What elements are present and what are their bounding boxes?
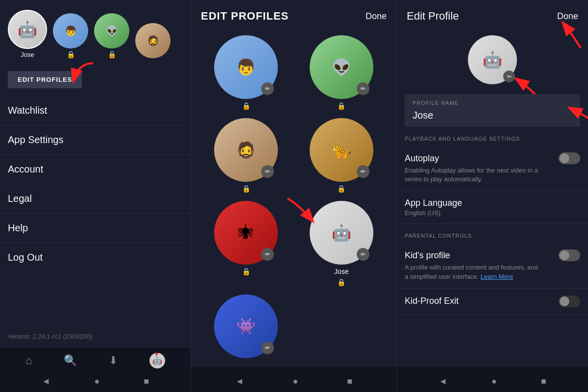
lock-icon-yoda: 🔒 (108, 50, 116, 58)
grid-avatar-yoda: 👽 ✏ (310, 35, 373, 99)
grid-avatar-luca: 👦 ✏ (214, 35, 278, 99)
avatar-item-luca[interactable]: 👦 🔒 (53, 13, 88, 58)
autoplay-label: Autoplay (405, 153, 439, 164)
grid-item-jose[interactable]: 🤖 ✏ Jose 🔒 (296, 201, 387, 290)
obi-icon: 🧔 (135, 23, 171, 58)
avatar-item-jose[interactable]: 🤖 Jose (8, 10, 47, 58)
edit-profiles-section: EDIT PROFILES (0, 63, 191, 96)
learn-more-link[interactable]: Learn More (481, 273, 513, 280)
menu-item-help[interactable]: Help (0, 214, 191, 243)
lock-obi: 🔒 (242, 185, 250, 193)
arrow-profile-nav (149, 353, 165, 358)
menu-item-account[interactable]: Account (0, 155, 191, 184)
kid-proof-exit-toggle[interactable] (559, 295, 580, 307)
edit-badge-obi[interactable]: ✏ (261, 165, 274, 178)
playback-section-label: PLAYBACK AND LANGUAGE SETTINGS (397, 127, 588, 146)
home-button-p2[interactable]: ● (293, 376, 298, 387)
edit-profile-done-btn[interactable]: Done (557, 11, 578, 21)
avatar-item-obi[interactable]: 🧔 (135, 23, 171, 58)
yoda-icon: 👽 (94, 13, 129, 49)
kids-profile-setting: Kid's profile A profile with curated con… (397, 243, 588, 288)
grid-avatar-stitch: 👾 ✏ (214, 294, 278, 358)
edit-badge-stitch[interactable]: ✏ (261, 342, 274, 354)
nav-icons-row: ⌂ 🔍 ⬇ 🤖 (0, 353, 191, 368)
avatar-item-yoda[interactable]: 👽 🔒 (94, 13, 129, 58)
grid-name-jose: Jose (334, 268, 349, 275)
arrow-jose-profile (285, 196, 315, 225)
home-button-p3[interactable]: ● (491, 376, 497, 387)
bottom-nav-panel3: ◄ ● ■ (397, 367, 588, 392)
home-nav-icon[interactable]: ⌂ (25, 353, 32, 368)
lock-leopard: 🔒 (337, 185, 345, 193)
grid-item-yoda[interactable]: 👽 ✏ 🔒 (296, 35, 387, 113)
kids-profile-label: Kid's profile (405, 250, 450, 261)
profile-name-value[interactable]: Jose (413, 110, 572, 121)
grid-item-obi[interactable]: 🧔 ✏ 🔒 (201, 118, 292, 196)
lock-yoda: 🔒 (337, 102, 345, 110)
avatar-obi[interactable]: 🧔 (135, 23, 171, 58)
edit-profiles-button[interactable]: EDIT PROFILES (8, 71, 82, 88)
profiles-grid: 👦 ✏ 🔒 👽 ✏ 🔒 🧔 ✏ 🔒 (191, 30, 396, 367)
grid-item-luca[interactable]: 👦 ✏ 🔒 (201, 35, 292, 113)
recents-button-p2[interactable]: ■ (347, 376, 352, 387)
download-nav-icon[interactable]: ⬇ (109, 353, 118, 368)
back-button-p3[interactable]: ◄ (439, 376, 447, 387)
recents-button-p3[interactable]: ■ (541, 376, 546, 387)
grid-avatar-jose: 🤖 ✏ (310, 201, 373, 265)
search-nav-icon[interactable]: 🔍 (64, 353, 77, 368)
edit-badge-luca[interactable]: ✏ (261, 82, 274, 95)
bottom-nav-panel2: ◄ ● ■ (191, 367, 396, 392)
arrow-profile-name (565, 98, 588, 123)
edit-avatar-jose-wrap: 🤖 ✏ (468, 35, 517, 84)
menu-item-watchlist[interactable]: Watchlist (0, 96, 191, 125)
edit-badge-leopard[interactable]: ✏ (357, 165, 369, 178)
menu-item-logout[interactable]: Log Out (0, 243, 191, 272)
autoplay-toggle[interactable] (559, 152, 580, 164)
panel-edit-profiles: EDIT PROFILES Done 👦 ✏ 🔒 👽 ✏ 🔒 (191, 0, 397, 392)
back-button-p1[interactable]: ◄ (42, 376, 50, 387)
profile-name-label: PROFILE NAME (413, 100, 572, 106)
back-button-p2[interactable]: ◄ (235, 376, 244, 387)
baymax-icon: 🤖 (9, 11, 46, 48)
panel-edit-profile-detail: Edit Profile Done 🤖 ✏ (397, 0, 588, 392)
lock-spiderman: 🔒 (242, 268, 250, 275)
lock-jose: 🔒 (337, 278, 345, 286)
grid-avatar-spiderman: 🕷 ✏ (214, 201, 278, 265)
edit-badge-jose[interactable]: ✏ (357, 248, 369, 261)
avatar-jose[interactable]: 🤖 (8, 10, 47, 49)
version-text: Version: 2.24.1-rc1 (2309200) (0, 325, 191, 348)
android-nav-panel2: ◄ ● ■ (191, 373, 396, 390)
grid-avatar-leopard: 🐆 ✏ (310, 118, 373, 182)
edit-profiles-done[interactable]: Done (366, 11, 387, 22)
edit-badge-yoda[interactable]: ✏ (357, 82, 369, 95)
lock-luca: 🔒 (242, 102, 250, 110)
grid-item-stitch[interactable]: 👾 ✏ (201, 294, 292, 362)
kid-proof-exit-label: Kid-Proof Exit (405, 296, 459, 306)
menu-item-app-settings[interactable]: App Settings (0, 125, 191, 155)
edit-profile-header: Edit Profile Done (397, 0, 588, 27)
kids-profile-toggle[interactable] (559, 249, 580, 261)
kids-profile-row: Kid's profile (405, 249, 580, 261)
bottom-nav-panel1: ⌂ 🔍 ⬇ 🤖 ◄ ● ■ (0, 348, 191, 392)
grid-item-leopard[interactable]: 🐆 ✏ 🔒 (296, 118, 387, 196)
grid-item-spiderman[interactable]: 🕷 ✏ 🔒 (201, 201, 292, 290)
app-language-item[interactable]: App Language English (US) (397, 191, 588, 224)
android-nav-panel3: ◄ ● ■ (397, 373, 588, 390)
kids-profile-desc: A profile with curated content and featu… (405, 263, 542, 281)
android-nav-panel1: ◄ ● ■ (0, 373, 191, 390)
profile-nav-icon[interactable]: 🤖 (149, 353, 165, 368)
recents-button-p1[interactable]: ■ (144, 376, 149, 387)
avatar-luca[interactable]: 👦 (53, 13, 88, 49)
edit-badge-spiderman[interactable]: ✏ (261, 248, 274, 261)
done-section: Done (557, 11, 578, 22)
menu-item-legal[interactable]: Legal (0, 184, 191, 214)
edit-profile-title: Edit Profile (407, 10, 459, 23)
avatar-name-jose: Jose (21, 51, 34, 58)
autoplay-row: Autoplay (405, 152, 580, 164)
home-button-p1[interactable]: ● (95, 376, 100, 387)
autoplay-desc: Enabling Autoplay allows for the next vi… (405, 166, 542, 184)
app-language-label: App Language (405, 198, 580, 208)
avatar-yoda[interactable]: 👽 (94, 13, 129, 49)
lock-icon-luca: 🔒 (67, 50, 75, 58)
grid-avatar-obi: 🧔 ✏ (214, 118, 278, 182)
